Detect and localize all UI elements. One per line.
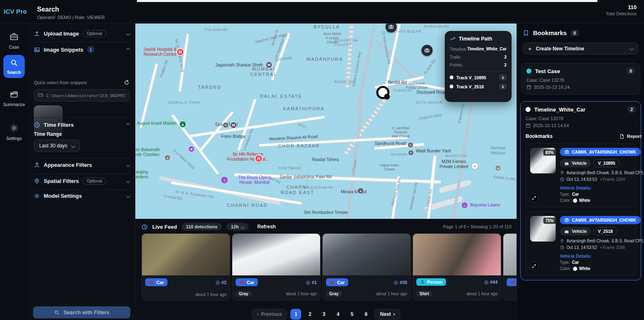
chevron-up-icon[interactable] — [126, 47, 130, 52]
timeline-card-test-case[interactable]: Test Case 0 Case: Case 13278 2025-10-13 … — [521, 63, 640, 95]
next-page-button[interactable]: Next› — [375, 309, 400, 320]
camera-badge[interactable]: CAM05_AVTARSINGH_CHOWK — [560, 148, 641, 156]
snippet-path-value: C:\Users\Administrator\ICV_SNIPPET — [46, 93, 125, 98]
sidebar-item-settings[interactable]: Settings — [0, 123, 28, 141]
nav-sidebar: Case Search Summarize Settings — [0, 24, 28, 320]
page-number-5[interactable]: 5 — [347, 309, 357, 320]
detection-card[interactable]: Car ◎#1 Gray about 1 hour ago — [232, 233, 321, 301]
sidebar-item-summarize[interactable]: Summarize — [0, 90, 28, 107]
car-icon — [239, 280, 245, 285]
trending-up-icon — [450, 36, 456, 42]
expand-button[interactable] — [530, 262, 538, 270]
calendar-icon — [526, 123, 531, 128]
bookmark-time: Oct 13, 14:53:53 • Frame 3304 — [560, 177, 631, 182]
model-settings-label: Model Settings — [44, 193, 82, 199]
detection-card[interactable]: Person ◎#44 Shirt about 1 hour ago — [413, 233, 501, 301]
map[interactable]: BYCULLANoor Mohd H Ansari ChowkTULSIWADI… — [135, 24, 517, 219]
bookmark-location: Avtarsingh Bedi Chowk. S.B.S. Road CP1-.… — [560, 239, 631, 243]
map-label: M2M Ferries Private Limited — [433, 159, 474, 169]
bookmarks-list-header: Bookmarks — [526, 133, 552, 139]
divider — [34, 42, 130, 42]
expand-button[interactable] — [530, 194, 538, 202]
track-cluster-marker[interactable] — [376, 86, 389, 99]
vehicle-type: Type:Car — [560, 192, 631, 197]
clapperboard-icon — [9, 90, 19, 100]
snippet-thumbnail[interactable] — [34, 105, 63, 134]
camera-icon — [564, 149, 569, 154]
total-detections-label: Total Detections — [606, 11, 637, 16]
bookmark-location: Avtarsingh Bedi Chowk. S.B.S. Road CP1-.… — [560, 171, 631, 175]
upload-image-section[interactable]: Upload Image Optional — [28, 30, 135, 37]
location-pin-icon — [560, 171, 564, 175]
overlay-track-row[interactable]: Track V_2518 1 — [450, 83, 507, 90]
clock-icon — [560, 177, 564, 182]
page-number-4[interactable]: 4 — [333, 309, 343, 320]
create-new-timeline-button[interactable]: + Create New Timeline — [523, 43, 639, 55]
chevron-down-icon[interactable] — [126, 194, 130, 198]
map-label: Shree Babulnath Mandir Charities — [135, 147, 165, 157]
detection-id: ◎#1 — [306, 280, 317, 285]
detection-card[interactable]: Car — [503, 233, 517, 301]
car-icon — [564, 161, 569, 166]
sidebar-item-case[interactable]: Case — [0, 32, 28, 50]
camera-marker-icon[interactable] — [422, 45, 433, 56]
opera-house-marker-icon: ♪ — [221, 176, 229, 184]
detection-card[interactable]: Car ◎#35 Gray about 1 hour ago — [322, 233, 411, 301]
snippet-count-badge: 1 — [87, 46, 94, 53]
time-range-dropdown[interactable]: Last 30 days — [34, 140, 80, 152]
detection-card[interactable]: Car ◎#2 about 1 hour ago — [142, 233, 230, 301]
map-label: MAZGAON — [446, 154, 467, 158]
timeline-card-white-car[interactable]: Timeline_White_Car 2 Case: Case 13278 20… — [520, 101, 641, 280]
calendar-icon — [526, 85, 531, 90]
chevron-up-icon[interactable] — [126, 123, 130, 127]
museum-marker-icon: ■ — [188, 146, 195, 152]
timeline-color-dot — [526, 107, 531, 112]
bookmark-item[interactable]: 75% CAM05_AVTARSINGH_CHOWK Vehicle V_251… — [526, 211, 636, 275]
map-label: TARDEO — [198, 85, 222, 90]
detection-time: about 1 hour ago — [376, 292, 407, 296]
chevron-down-icon[interactable] — [126, 179, 130, 183]
detection-type-badge: Car — [145, 278, 167, 286]
snippet-hint-row: Quick select from snippets — [34, 80, 130, 85]
refresh-button[interactable]: Refresh — [255, 223, 278, 230]
boat-marker-icon: ● — [495, 165, 501, 171]
confidence-badge: 83% — [543, 149, 556, 156]
overlay-track-row[interactable]: Track V_10895 1 — [450, 74, 507, 81]
camera-badge[interactable]: CAM05_AVTARSINGH_CHOWK — [560, 216, 641, 224]
bookmark-item[interactable]: 83% CAM05_AVTARSINGH_CHOWK Vehicle V_108… — [526, 143, 636, 207]
map-label: MADANPURA — [307, 57, 343, 62]
time-filters-section[interactable]: Time Filters — [28, 122, 135, 128]
detection-type-badge: Car — [507, 278, 517, 286]
report-button[interactable]: Report — [619, 134, 642, 139]
previous-page-button[interactable]: ‹Previous — [252, 309, 288, 320]
time-window-dropdown[interactable]: 12h — [226, 223, 249, 230]
upload-icon — [34, 31, 40, 37]
page-number-2[interactable]: 2 — [304, 309, 315, 320]
ferry-marker-icon: ● — [472, 163, 479, 170]
map-label: Raudat Tahera — [312, 157, 339, 162]
search-with-filters-button[interactable]: Search with Filters — [33, 306, 130, 318]
sidebar-item-search[interactable]: Search — [3, 55, 25, 78]
image-snippets-section[interactable]: Image Snippets 1 — [28, 46, 135, 53]
divider — [34, 190, 130, 190]
briefcase-icon — [9, 32, 19, 43]
sidebar-item-label: Summarize — [3, 102, 25, 107]
image-snippets-label: Image Snippets — [44, 47, 83, 53]
appearance-filters-section[interactable]: Appearance Filters — [28, 162, 135, 168]
chevron-down-icon[interactable] — [126, 32, 130, 36]
page-number-1[interactable]: 1 — [290, 309, 301, 320]
model-settings-section[interactable]: Model Settings — [28, 193, 135, 199]
total-detections: 110 Total Detections — [606, 4, 637, 16]
page-number-3[interactable]: 3 — [318, 309, 329, 320]
bookmark-thumbnail: 75% — [530, 216, 556, 242]
chevron-down-icon[interactable] — [126, 163, 130, 167]
map-label: KHETWADI — [279, 166, 301, 170]
color-swatch — [573, 199, 577, 203]
bookmark-time: Oct 13, 14:53:52 • Frame 3288 — [560, 245, 631, 250]
page-number-6[interactable]: 6 — [361, 309, 371, 320]
spatial-filters-section[interactable]: Spatial Filters Optional — [28, 178, 135, 185]
map-label: Maharana Pratap Chowk — [403, 81, 430, 90]
map-label: Sir HN Reliance Foundation Hospital... — [217, 152, 279, 162]
refresh-icon[interactable] — [124, 80, 130, 85]
snippet-path-input[interactable]: C:\Users\Administrator\ICV_SNIPPET — [34, 89, 130, 102]
